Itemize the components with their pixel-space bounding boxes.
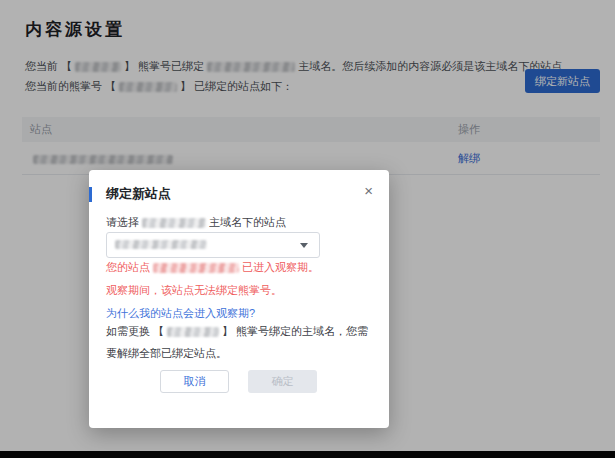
note-text-a: 如需更换 【: [106, 325, 164, 337]
bottom-black-bar: [0, 451, 615, 458]
title-accent-bar: [89, 187, 92, 202]
error-line-2: 观察期间，该站点无法绑定熊掌号。: [106, 283, 282, 298]
error-line-1: 您的站点已进入观察期。: [106, 260, 319, 275]
redacted-selected-site: [115, 240, 207, 249]
select-label: 请选择主域名下的站点: [106, 215, 286, 230]
error-line1-text-a: 您的站点: [106, 261, 150, 273]
redacted-account-in-note: [167, 327, 219, 337]
error-line1-text-b: 已进入观察期。: [242, 261, 319, 273]
select-label-text-b: 主域名下的站点: [209, 216, 286, 228]
redacted-site-in-error: [153, 263, 239, 273]
cancel-button[interactable]: 取消: [160, 370, 229, 393]
content-source-settings-screen: 内容源设置 您当前 【】 熊掌号已绑定主域名。您后续添加的内容源必须是该主域名下…: [0, 0, 615, 458]
chevron-down-icon: [300, 243, 308, 248]
redacted-domain-in-label: [142, 218, 206, 228]
close-icon[interactable]: ×: [362, 181, 375, 200]
bind-new-site-modal: 绑定新站点 × 请选择主域名下的站点 您的站点已进入观察期。 观察期间，该站点无…: [89, 170, 389, 428]
confirm-button[interactable]: 确定: [248, 370, 317, 393]
site-select-dropdown[interactable]: [106, 232, 320, 258]
why-observation-period-link[interactable]: 为什么我的站点会进入观察期?: [106, 306, 255, 321]
select-label-text-a: 请选择: [106, 216, 139, 228]
note-text: 如需更换 【】 熊掌号绑定的主域名，您需要解绑全部已绑定站点。: [106, 320, 378, 364]
modal-title: 绑定新站点: [106, 185, 171, 203]
